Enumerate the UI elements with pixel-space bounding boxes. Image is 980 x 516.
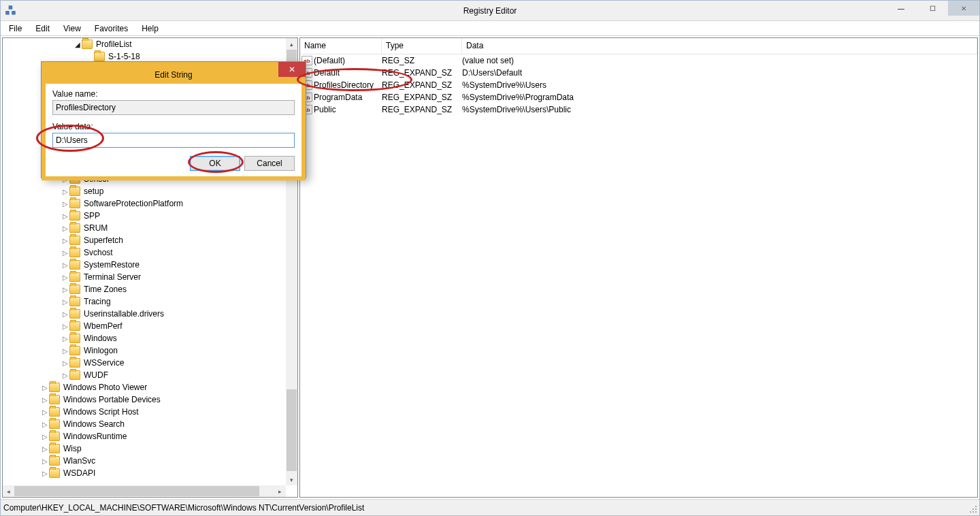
expand-icon[interactable]: ▷ <box>61 225 69 232</box>
value-name-field[interactable] <box>52 100 295 115</box>
col-header-type[interactable]: Type <box>382 38 462 54</box>
value-name-label: Value name: <box>52 89 295 99</box>
folder-icon <box>94 52 105 61</box>
menu-file[interactable]: File <box>2 22 29 35</box>
expand-icon[interactable]: ▷ <box>41 457 49 465</box>
expand-icon[interactable]: ▷ <box>41 433 49 440</box>
minimize-button[interactable]: — <box>885 1 917 16</box>
value-row[interactable]: ab(Default)REG_SZ(value not set) <box>300 54 977 67</box>
tree-item[interactable]: ▷WSDAPI <box>3 467 286 479</box>
tree-item[interactable]: ▷Terminal Server <box>3 271 286 283</box>
close-button[interactable]: ✕ <box>948 1 979 16</box>
tree-item-profilelist[interactable]: ◢ ProfileList <box>3 38 286 50</box>
app-icon <box>5 5 17 17</box>
folder-icon <box>69 334 80 343</box>
value-data-field[interactable] <box>52 133 295 148</box>
tree-item[interactable]: ▷setup <box>3 185 286 197</box>
value-data: D:\Users\Default <box>462 68 977 78</box>
resize-grip-icon[interactable] <box>968 504 978 514</box>
tree-label: WUDF <box>82 370 110 380</box>
close-icon: ✕ <box>289 65 295 74</box>
tree-item[interactable]: ▷SystemRestore <box>3 259 286 271</box>
tree-item[interactable]: ▷Userinstallable.drivers <box>3 308 286 320</box>
expand-icon[interactable]: ▷ <box>61 359 69 367</box>
expand-icon[interactable]: ▷ <box>41 445 49 453</box>
horizontal-scroll-thumb[interactable] <box>14 486 259 496</box>
tree-item[interactable]: ▷WbemPerf <box>3 320 286 332</box>
expand-icon[interactable]: ▷ <box>61 323 69 330</box>
tree-label: Tracing <box>82 297 112 306</box>
menu-help[interactable]: Help <box>135 22 165 35</box>
col-header-name[interactable]: Name <box>300 38 382 54</box>
tree-label: SystemRestore <box>82 260 141 270</box>
scroll-down-icon[interactable]: ▾ <box>286 474 297 485</box>
vertical-scroll-thumb-hover[interactable] <box>287 389 297 471</box>
col-header-data[interactable]: Data <box>462 38 977 54</box>
scroll-right-icon[interactable]: ▸ <box>274 485 286 497</box>
expand-icon[interactable]: ▷ <box>41 396 49 404</box>
expand-icon[interactable]: ▷ <box>61 310 69 318</box>
expand-icon[interactable]: ▷ <box>61 347 69 355</box>
expand-icon[interactable]: ▷ <box>61 261 69 269</box>
tree-item[interactable]: ▷Wisp <box>3 442 286 455</box>
tree-label: Winlogon <box>82 346 119 355</box>
cancel-button[interactable]: Cancel <box>244 156 295 171</box>
tree-item[interactable]: ▷SRUM <box>3 222 286 234</box>
expand-icon[interactable]: ▷ <box>61 335 69 342</box>
ok-button[interactable]: OK <box>190 156 240 171</box>
value-row[interactable]: abDefaultREG_EXPAND_SZD:\Users\Default <box>300 67 977 79</box>
expand-icon[interactable]: ▷ <box>61 372 69 379</box>
tree-item[interactable]: ▷Windows Script Host <box>3 406 286 418</box>
expand-icon[interactable]: ▷ <box>61 188 69 195</box>
menu-favorites[interactable]: Favorites <box>88 22 135 35</box>
tree-item[interactable]: ▷Tracing <box>3 295 286 308</box>
tree-item[interactable]: ▷Time Zones <box>3 283 286 295</box>
tree-item[interactable]: ▷Windows Portable Devices <box>3 393 286 406</box>
folder-icon <box>69 236 80 245</box>
tree-item[interactable]: ▷WindowsRuntime <box>3 430 286 442</box>
horizontal-scrollbar[interactable]: ◂ ▸ <box>3 485 286 497</box>
value-row[interactable]: abPublicREG_EXPAND_SZ%SystemDrive%\Users… <box>300 103 977 116</box>
expand-icon[interactable]: ▷ <box>41 421 49 428</box>
dialog-close-button[interactable]: ✕ <box>278 62 306 77</box>
dialog-titlebar[interactable]: Edit String ✕ <box>46 66 301 84</box>
tree-item[interactable]: ▷WSService <box>3 357 286 369</box>
tree-item[interactable]: ▷SPP <box>3 210 286 222</box>
tree-item[interactable]: ▷WUDF <box>3 369 286 381</box>
expand-icon[interactable]: ▷ <box>41 384 49 391</box>
tree-item[interactable]: ▷Windows Photo Viewer <box>3 381 286 393</box>
tree-label: SPP <box>82 211 101 221</box>
value-name: Default <box>314 68 382 78</box>
expand-icon[interactable]: ▷ <box>61 237 69 244</box>
value-row[interactable]: abProgramDataREG_EXPAND_SZ%SystemDrive%\… <box>300 91 977 103</box>
tree-label: Terminal Server <box>82 272 142 282</box>
tree-item[interactable]: ▷Winlogon <box>3 344 286 357</box>
expand-icon[interactable]: ◢ <box>74 41 82 48</box>
maximize-button[interactable]: ☐ <box>917 1 948 16</box>
expand-icon[interactable]: ▷ <box>61 274 69 281</box>
tree-item[interactable]: ▷SoftwareProtectionPlatform <box>3 197 286 210</box>
scroll-left-icon[interactable]: ◂ <box>3 485 14 497</box>
tree-item[interactable]: ▷Windows <box>3 332 286 344</box>
expand-icon[interactable]: ▷ <box>61 286 69 293</box>
tree-item[interactable]: ▷Svchost <box>3 246 286 259</box>
expand-icon[interactable]: ▷ <box>41 408 49 416</box>
folder-icon <box>69 199 80 208</box>
tree-item[interactable]: ▷Superfetch <box>3 234 286 246</box>
value-row[interactable]: abProfilesDirectoryREG_EXPAND_SZ%SystemD… <box>300 79 977 91</box>
expand-icon[interactable]: ▷ <box>61 298 69 306</box>
expand-icon[interactable]: ▷ <box>41 470 49 477</box>
menu-view[interactable]: View <box>56 22 88 35</box>
expand-icon[interactable]: ▷ <box>61 212 69 220</box>
dialog-title: Edit String <box>46 70 301 80</box>
edit-string-dialog: Edit String ✕ Value name: Value data: OK… <box>41 61 306 178</box>
tree-item[interactable]: ▷Windows Search <box>3 418 286 430</box>
folder-icon <box>82 39 93 49</box>
tree-item[interactable]: ▷WlanSvc <box>3 455 286 467</box>
folder-icon <box>69 370 80 380</box>
folder-icon <box>49 444 60 453</box>
menu-edit[interactable]: Edit <box>29 22 56 35</box>
expand-icon[interactable]: ▷ <box>61 200 69 208</box>
expand-icon[interactable]: ▷ <box>61 249 69 257</box>
scroll-up-icon[interactable]: ▴ <box>286 38 297 50</box>
